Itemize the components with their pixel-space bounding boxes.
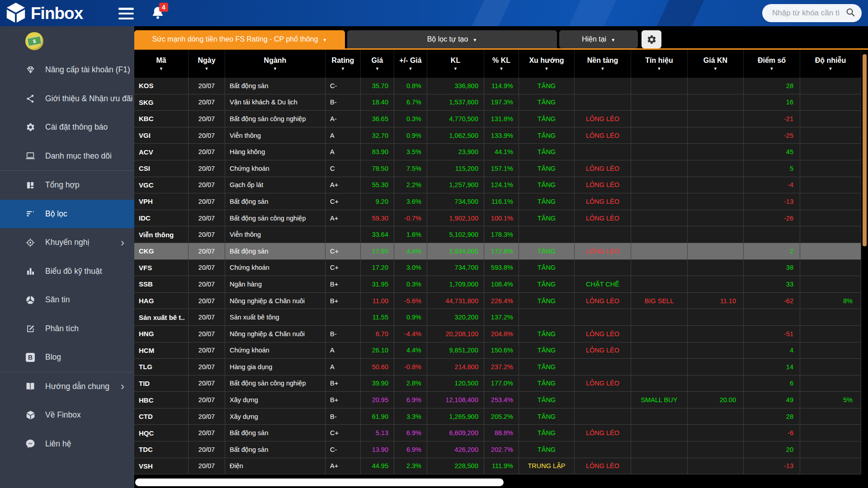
cell-chg: 0.9% [394, 127, 427, 144]
column-filter-caret-icon[interactable]: ▼ [409, 66, 413, 71]
table-row-vgc[interactable]: VGC20/07Gạch ốp látA+55.302.2%1,257,9001… [134, 177, 861, 194]
cell-base: LỎNG LẺO [575, 293, 631, 310]
sidebar: $ Nâng cấp tài khoản (F1)Giới thiệu & Nh… [0, 26, 134, 488]
table-row-s-n-xu-t-b-t-[interactable]: Sản xuất bê t..20/07Sản xuất bê tông11.5… [134, 309, 861, 326]
table-settings-button[interactable] [642, 30, 661, 48]
table-row-acv[interactable]: ACV20/07Hàng khôngA83.903.5%23,90044.1%T… [134, 144, 861, 160]
column-filter-caret-icon[interactable]: ▼ [829, 66, 833, 71]
table-row-vgi[interactable]: VGI20/07Viễn thôngA32.700.9%1,062,500133… [134, 127, 861, 144]
sidebar-item-bo-loc[interactable]: Bộ lọc [0, 200, 134, 229]
column-header-ma[interactable]: Mã▼ [134, 50, 189, 78]
money-icon[interactable]: $ [25, 32, 43, 50]
cell-klp: 137.2% [484, 309, 519, 326]
table-row-tid[interactable]: TID20/07Bất động sản công nghiệpB+39.902… [134, 375, 861, 392]
cell-ma: VFS [134, 260, 189, 277]
column-header-target[interactable]: Giá KN▼ [688, 50, 744, 78]
column-header-gia[interactable]: Giá▼ [361, 50, 394, 78]
sidebar-item-huong-dan-chung[interactable]: Hướng dẫn chung› [0, 372, 134, 401]
sidebar-item-gioi-thieu-uu-dai[interactable]: Giới thiệu & Nhận ưu đãi [0, 84, 134, 113]
cell-target [688, 408, 744, 425]
sidebar-nav: Nâng cấp tài khoản (F1)Giới thiệu & Nhận… [0, 56, 134, 458]
notifications-button[interactable]: 4 [151, 6, 166, 21]
sidebar-item-khuyen-nghi[interactable]: Khuyến nghị› [0, 228, 134, 257]
table-row-tlg[interactable]: TLG20/07Hàng gia dụngA50.60-0.8%214,8002… [134, 359, 861, 375]
sidebar-item-phan-tich[interactable]: Phân tích [0, 314, 134, 343]
column-header-signal[interactable]: Tín hiệu▼ [631, 50, 688, 78]
table-row-tdc[interactable]: TDC20/07Bất động sảnC-13.906.9%426,20020… [134, 441, 861, 458]
vertical-scrollbar[interactable] [863, 54, 867, 246]
column-header-ngay[interactable]: Ngày▼ [189, 50, 225, 78]
column-filter-caret-icon[interactable]: ▼ [375, 66, 379, 71]
sidebar-item-ve-finbox[interactable]: Về Finbox [0, 401, 134, 430]
sidebar-item-blog[interactable]: BBlog [0, 343, 134, 372]
sidebar-item-label: Blog [45, 352, 61, 362]
sidebar-item-danh-muc-theo-doi[interactable]: Danh mục theo dõi [0, 142, 134, 171]
column-header-noise[interactable]: Độ nhiễu▼ [800, 50, 861, 78]
time-filter-dropdown[interactable]: Hiện tại ▼ [559, 30, 638, 48]
table-row-hqc[interactable]: HQC20/07Bất động sảnC+5.136.9%6,609,2008… [134, 425, 861, 441]
sidebar-item-tong-hop[interactable]: Tổng hợp [0, 171, 134, 200]
column-label: +/- Giá [399, 56, 421, 65]
cell-trend: TĂNG [519, 210, 575, 227]
cell-score: -62 [744, 293, 800, 310]
horizontal-scrollbar[interactable] [135, 479, 504, 486]
column-filter-caret-icon[interactable]: ▼ [545, 66, 549, 71]
sidebar-item-lien-he[interactable]: Liên hệ [0, 430, 134, 459]
finbox-logo[interactable]: Finbox [5, 2, 83, 25]
column-header-trend[interactable]: Xu hướng▼ [519, 50, 575, 78]
column-header-kl[interactable]: KL▼ [427, 50, 484, 78]
column-filter-caret-icon[interactable]: ▼ [601, 66, 605, 71]
table-row-hcm[interactable]: HCM20/07Chứng khoánA26.104.4%9,851,20015… [134, 343, 861, 359]
cell-chg: 3.0% [394, 260, 427, 277]
table-row-vfs[interactable]: VFS20/07Chứng khoánC+17.203.0%734,700593… [134, 260, 861, 277]
table-row-kbc[interactable]: KBC20/07Bất động sản công nghiệpA-36.650… [134, 111, 861, 127]
column-header-base[interactable]: Nền tảng▼ [575, 50, 631, 78]
cell-nganh: Nông nghiệp & Chăn nuôi [225, 293, 326, 310]
table-row-ckg[interactable]: CKG20/07Bất động sảnC+17.954.4%1,934,000… [134, 243, 861, 260]
cube-icon [25, 410, 35, 420]
cell-score: 16 [744, 94, 800, 111]
sidebar-item-bieu-do-ky-thuat[interactable]: Biểu đồ kỹ thuật [0, 257, 134, 286]
table-row-kos[interactable]: KOS20/07Bất động sảnC-35.700.8%336,80011… [134, 78, 861, 94]
column-filter-caret-icon[interactable]: ▼ [341, 66, 345, 71]
cell-klp: 226.4% [484, 293, 519, 310]
cell-nganh: Bất động sản công nghiệp [225, 111, 326, 127]
search-icon[interactable] [845, 7, 855, 19]
column-header-rating[interactable]: Rating▼ [326, 50, 361, 78]
table-row-vi-n-th-ng[interactable]: Viễn thông20/07Viễn thông33.641.6%5,102,… [134, 226, 861, 243]
menu-toggle-button[interactable] [117, 7, 136, 20]
column-filter-caret-icon[interactable]: ▼ [770, 66, 774, 71]
column-filter-caret-icon[interactable]: ▼ [713, 66, 717, 71]
table-row-csi[interactable]: CSI20/07Chứng khoánC78.507.5%115,200157.… [134, 160, 861, 177]
table-row-hag[interactable]: HAG20/07Nông nghiệp & Chăn nuôiB+11.00-5… [134, 293, 861, 310]
column-filter-caret-icon[interactable]: ▼ [453, 66, 458, 71]
table-row-ssb[interactable]: SSB20/07Ngân hàngB+31.950.3%1,709,000108… [134, 276, 861, 293]
preset-filter-dropdown[interactable]: Sức mạnh dòng tiền theo FS Rating - CP p… [134, 30, 345, 48]
table-row-ctd[interactable]: CTD20/07Xây dựngB-61.903.3%1,265,900205.… [134, 408, 861, 425]
table-row-vsh[interactable]: VSH20/07ĐiệnA+44.952.3%228,500111.9%TRUN… [134, 458, 861, 475]
table-row-hng[interactable]: HNG20/07Nông nghiệp & Chăn nuôiB-6.70-4.… [134, 326, 861, 343]
cell-ngay: 20/07 [189, 343, 225, 359]
table-row-hbc[interactable]: HBC20/07Xây dựngB+20.956.9%12,108,400253… [134, 392, 861, 408]
column-header-nganh[interactable]: Ngành▼ [225, 50, 326, 78]
custom-filter-dropdown[interactable]: Bộ lọc tự tạo ▼ [347, 30, 557, 48]
column-filter-caret-icon[interactable]: ▼ [205, 66, 209, 71]
column-header-score[interactable]: Điểm số▼ [744, 50, 800, 78]
cell-klp: 205.2% [484, 408, 519, 425]
sidebar-item-san-tin[interactable]: Săn tin [0, 286, 134, 314]
column-header-chg[interactable]: +/- Giá▼ [394, 50, 427, 78]
column-filter-caret-icon[interactable]: ▼ [273, 66, 277, 71]
column-header-klp[interactable]: % KL▼ [484, 50, 519, 78]
cell-target [688, 160, 744, 177]
column-filter-caret-icon[interactable]: ▼ [159, 66, 163, 71]
sidebar-item-cai-dat-thong-bao[interactable]: Cài đặt thông báo [0, 113, 134, 142]
search-box[interactable] [762, 4, 862, 22]
table-row-idc[interactable]: IDC20/07Bất động sản công nghiệpA+59.30-… [134, 210, 861, 227]
table-row-vph[interactable]: VPH20/07Bất động sảnC+9.203.6%734,500116… [134, 193, 861, 210]
column-filter-caret-icon[interactable]: ▼ [500, 66, 504, 71]
column-filter-caret-icon[interactable]: ▼ [657, 66, 661, 71]
gear-icon [25, 122, 35, 132]
sidebar-item-nang-cap-tai-khoan[interactable]: Nâng cấp tài khoản (F1) [0, 56, 134, 84]
table-row-skg[interactable]: SKG20/07Vận tải khách & Du lịchB-18.406.… [134, 94, 861, 111]
search-input[interactable] [771, 8, 845, 18]
